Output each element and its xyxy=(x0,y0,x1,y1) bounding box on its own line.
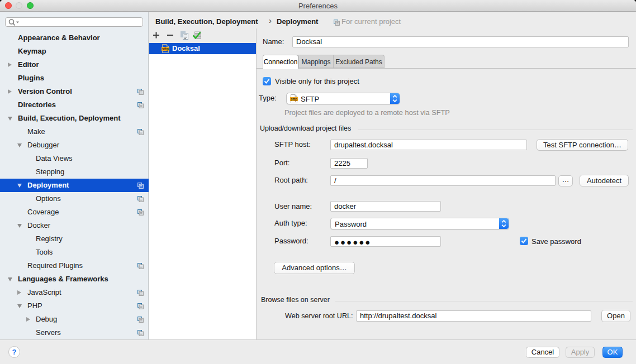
svg-text:sftp: sftp xyxy=(291,97,297,102)
svg-text:sftp: sftp xyxy=(162,47,169,51)
svg-text:?: ? xyxy=(12,348,17,356)
